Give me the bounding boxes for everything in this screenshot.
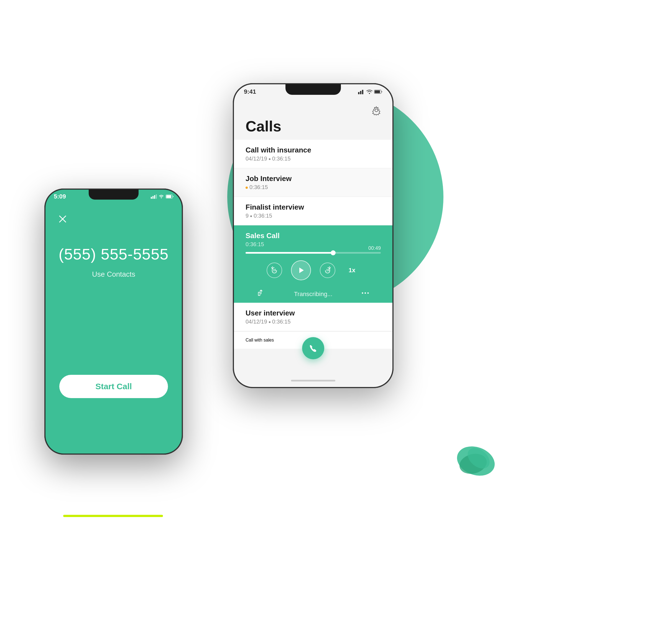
signal-icon: [151, 194, 157, 199]
call-name: User interview: [245, 309, 381, 317]
left-phone-screen: 5:09: [45, 190, 182, 454]
use-contacts-label[interactable]: Use Contacts: [45, 270, 182, 279]
play-button[interactable]: [291, 260, 311, 280]
active-call-item[interactable]: Sales Call 0:36:15 00:49: [234, 225, 393, 303]
svg-marker-26: [299, 268, 304, 273]
forward-button[interactable]: 15: [320, 262, 335, 278]
svg-point-29: [362, 293, 363, 294]
playback-controls: 15: [245, 255, 381, 285]
svg-rect-10: [153, 196, 154, 199]
svg-rect-15: [166, 195, 171, 198]
svg-rect-23: [375, 90, 380, 93]
svg-point-31: [368, 293, 369, 294]
svg-text:15: 15: [326, 269, 330, 272]
call-item[interactable]: Finalist interview 90:36:15: [234, 197, 393, 225]
right-phone: 9:41: [233, 83, 394, 388]
left-phone-notch: [89, 190, 139, 200]
phone-number: (555) 555-5555: [45, 245, 182, 263]
svg-rect-11: [154, 195, 155, 199]
scene: 5:09: [0, 0, 656, 644]
close-button[interactable]: [55, 212, 70, 226]
right-status-icons: [358, 89, 382, 94]
svg-point-24: [375, 109, 378, 112]
call-name: Call with insurance: [245, 146, 381, 155]
call-fab-button[interactable]: [302, 337, 324, 359]
audio-progress-bar[interactable]: [245, 252, 381, 254]
active-call-name: Sales Call: [245, 231, 381, 240]
svg-rect-28: [258, 292, 260, 296]
progress-fill: [245, 252, 333, 254]
blob-small: [451, 439, 501, 483]
svg-rect-18: [358, 92, 359, 94]
wifi-icon-left: [159, 194, 164, 199]
speed-button[interactable]: 1x: [344, 262, 360, 278]
calls-list: Call with insurance 04/12/190:36:15 Job …: [234, 140, 393, 349]
more-options-button[interactable]: [361, 289, 369, 299]
svg-point-13: [161, 198, 162, 199]
svg-rect-9: [151, 197, 152, 199]
svg-rect-19: [360, 91, 361, 94]
progress-handle[interactable]: [331, 250, 336, 255]
transcribe-bar: Transcribing...: [245, 285, 381, 303]
right-phone-shell: 9:41: [233, 83, 394, 388]
call-name: Finalist interview: [245, 203, 381, 211]
left-phone-shell: 5:09: [44, 188, 183, 455]
active-call-meta: 0:36:15: [245, 241, 381, 248]
call-item[interactable]: Job Interview 0:36:15: [234, 168, 393, 197]
settings-button[interactable]: [371, 105, 381, 116]
start-call-button[interactable]: Start Call: [59, 375, 168, 398]
call-name: Job Interview: [245, 175, 381, 183]
processing-indicator: [245, 187, 248, 189]
speed-label: 1x: [349, 267, 355, 274]
call-meta: 90:36:15: [245, 213, 381, 219]
wifi-icon-right: [367, 90, 373, 94]
left-status-icons: [151, 194, 173, 199]
svg-rect-12: [156, 194, 157, 199]
svg-point-30: [365, 293, 366, 294]
right-phone-screen: 9:41: [234, 84, 393, 387]
calls-title: Calls: [245, 118, 281, 135]
rewind-button[interactable]: 15: [266, 262, 282, 278]
svg-point-21: [369, 93, 370, 94]
left-time: 5:09: [54, 193, 66, 200]
share-button[interactable]: [257, 290, 265, 299]
signal-bars-icon: [358, 89, 365, 94]
call-meta: 04/12/190:36:15: [245, 156, 381, 162]
call-item[interactable]: Call with insurance 04/12/190:36:15: [234, 140, 393, 168]
home-indicator: [291, 380, 335, 382]
lime-line: [63, 515, 163, 517]
call-meta: 0:36:15: [245, 184, 381, 190]
progress-time: 00:49: [368, 245, 381, 251]
right-time: 9:41: [244, 88, 256, 95]
battery-icon-left: [166, 194, 173, 199]
svg-text:15: 15: [273, 269, 276, 272]
call-meta: 04/12/190:36:15: [245, 319, 381, 325]
battery-icon-right: [374, 90, 382, 94]
start-call-label: Start Call: [95, 382, 132, 391]
left-phone: 5:09: [44, 188, 183, 455]
right-phone-notch: [285, 84, 341, 95]
transcribing-label: Transcribing...: [265, 291, 361, 298]
svg-rect-20: [362, 90, 363, 94]
call-item[interactable]: User interview 04/12/190:36:15: [234, 303, 393, 331]
